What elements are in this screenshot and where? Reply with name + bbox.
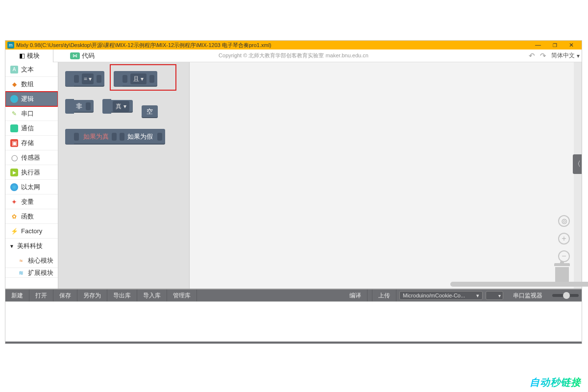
chevron-left-icon: 〈 [574, 160, 581, 169]
chevron-down-icon: ▾ [498, 293, 501, 298]
compile-button[interactable]: 编译 [343, 290, 368, 301]
sensor-icon: ◯ [10, 154, 18, 162]
chevron-down-icon: ▾ [577, 52, 580, 59]
sidebar-item-label: 存储 [21, 139, 34, 147]
sidebar-item-function[interactable]: ✿ 函数 [5, 209, 58, 224]
block-compare[interactable]: = ▾ [65, 71, 104, 87]
compare-op-dropdown[interactable]: = ▾ [82, 74, 94, 84]
sidebar-item-array[interactable]: ◆ 数组 [5, 77, 58, 92]
sidebar-item-label: 以太网 [21, 183, 40, 192]
array-icon: ◆ [10, 80, 18, 88]
zoom-out-button[interactable]: − [558, 250, 570, 262]
language-select[interactable]: 简体中文 ▾ [551, 51, 580, 60]
save-button[interactable]: 保存 [53, 290, 77, 301]
open-button[interactable]: 打开 [29, 290, 53, 301]
triangle-down-icon: ▼ [9, 244, 14, 249]
undo-button[interactable]: ↶ [529, 51, 535, 60]
sidebar-group-meike[interactable]: ▼ 美科科技 [5, 239, 58, 253]
port-select[interactable]: ▾ [486, 291, 503, 300]
scrollbar-vertical[interactable] [574, 62, 582, 289]
factory-icon: ⚡ [10, 227, 18, 235]
workspace[interactable]: 〈 ⊚ + − [190, 62, 582, 289]
sidebar-item-ethernet[interactable]: 以太网 [5, 180, 58, 195]
true-dropdown[interactable]: 真 ▾ [113, 101, 129, 112]
minus-icon: − [562, 252, 566, 261]
null-label: 空 [147, 107, 153, 116]
function-icon: ✿ [10, 213, 18, 220]
sidebar-item-actuator[interactable]: ▶ 执行器 [5, 165, 58, 180]
redo-button[interactable]: ↷ [540, 51, 546, 60]
sidebar-item-label: 执行器 [21, 168, 40, 177]
plus-icon: + [562, 234, 566, 243]
sidebar-subitem-ext[interactable]: ≋ 扩展模块 [5, 268, 58, 278]
not-label: 非 [74, 102, 84, 111]
zoom-in-button[interactable]: + [558, 233, 570, 245]
ethernet-icon [10, 183, 18, 191]
actuator-icon: ▶ [10, 169, 18, 176]
sidebar-item-text[interactable]: A 文本 [5, 62, 58, 77]
tab-code[interactable]: ⋈ 代码 [70, 51, 95, 60]
header: ◧ 模块 ⋈ 代码 Copyright © 北师大教育学部创客教育实验室 mak… [5, 49, 582, 62]
sidebar-item-label: 核心模块 [28, 256, 53, 265]
language-selected-label: 简体中文 [551, 51, 575, 60]
scrollbar-horizontal[interactable] [450, 282, 570, 287]
core-icon: ≈ [17, 257, 25, 265]
expand-panel-button[interactable]: 〈 [573, 154, 582, 174]
scrollbar-thumb[interactable] [450, 282, 588, 287]
sidebar-item-storage[interactable]: ▣ 存储 [5, 136, 58, 150]
window-title-bar: m Mixly 0.98(C:\Users\ty\Desktop\开源\课程\M… [5, 41, 582, 49]
import-lib-button[interactable]: 导入库 [137, 290, 167, 301]
zoom-slider[interactable] [552, 294, 579, 297]
block-logic-null[interactable]: 空 [142, 105, 158, 118]
sidebar-item-label: 文本 [21, 65, 34, 74]
sidebar-item-serial[interactable]: ✎ 串口 [5, 106, 58, 121]
category-sidebar: A 文本 ◆ 数组 逻辑 ✎ 串口 通信 ▣ 存储 ◯ 传感器 ▶ 执行器 [5, 62, 58, 289]
center-workspace-button[interactable]: ⊚ [558, 215, 570, 227]
board-selected-label: Microduino/mCookie-Co... [403, 293, 465, 298]
sidebar-group-label: 美科科技 [17, 242, 43, 250]
sidebar-item-label: 通信 [21, 124, 34, 133]
and-op-dropdown[interactable]: 且 ▾ [130, 74, 147, 84]
tab-blocks-label: 模块 [27, 51, 40, 60]
tab-blocks[interactable]: ◧ 模块 [5, 49, 53, 62]
iftrue-label: 如果为真 [80, 132, 112, 141]
compile-progress [368, 290, 372, 301]
text-icon: A [10, 66, 18, 74]
saveas-button[interactable]: 另存为 [77, 290, 107, 301]
maximize-button[interactable]: ❐ [546, 43, 563, 48]
sidebar-item-sensor[interactable]: ◯ 传感器 [5, 150, 58, 165]
serial-icon: ✎ [10, 110, 18, 118]
sidebar-item-comm[interactable]: 通信 [5, 121, 58, 136]
block-logic-not[interactable]: 非 [65, 100, 94, 113]
block-logic-and[interactable]: 且 ▾ [114, 71, 157, 87]
sidebar-item-label: 数组 [21, 80, 34, 89]
manage-lib-button[interactable]: 管理库 [167, 290, 197, 301]
sidebar-item-variable[interactable]: ✦ 变量 [5, 195, 58, 209]
upload-button[interactable]: 上传 [372, 290, 396, 301]
close-button[interactable]: ✕ [563, 42, 580, 49]
sidebar-subitem-core[interactable]: ≈ 核心模块 [5, 253, 58, 268]
export-lib-button[interactable]: 导出库 [107, 290, 137, 301]
sidebar-item-logic[interactable]: 逻辑 [5, 92, 58, 106]
block-logic-ternary[interactable]: 如果为真 如果为假 [65, 129, 165, 145]
code-icon: ⋈ [70, 52, 80, 59]
board-select[interactable]: Microduino/mCookie-Co... ▾ [399, 291, 483, 300]
block-logic-true[interactable]: 真 ▾ [102, 100, 132, 113]
app-icon: m [7, 42, 14, 49]
ext-icon: ≋ [17, 269, 25, 277]
sidebar-item-factory[interactable]: ⚡ Factory [5, 224, 58, 239]
iffalse-label: 如果为假 [124, 132, 156, 141]
trash-icon [554, 263, 570, 266]
window-title: Mixly 0.98(C:\Users\ty\Desktop\开源\课程\MIX… [16, 42, 530, 49]
serial-monitor-button[interactable]: 串口监视器 [507, 290, 548, 301]
slider-knob[interactable] [563, 292, 570, 299]
copyright-text: Copyright © 北师大教育学部创客教育实验室 maker.bnu.edu… [219, 52, 368, 59]
sidebar-item-label: 逻辑 [21, 95, 34, 103]
target-icon: ⊚ [561, 217, 567, 226]
blocks-icon: ◧ [19, 52, 25, 59]
minimize-button[interactable]: — [530, 42, 546, 49]
variable-icon: ✦ [10, 198, 18, 206]
new-button[interactable]: 新建 [5, 290, 29, 301]
sidebar-item-label: 变量 [21, 197, 34, 206]
logic-icon [10, 95, 18, 103]
